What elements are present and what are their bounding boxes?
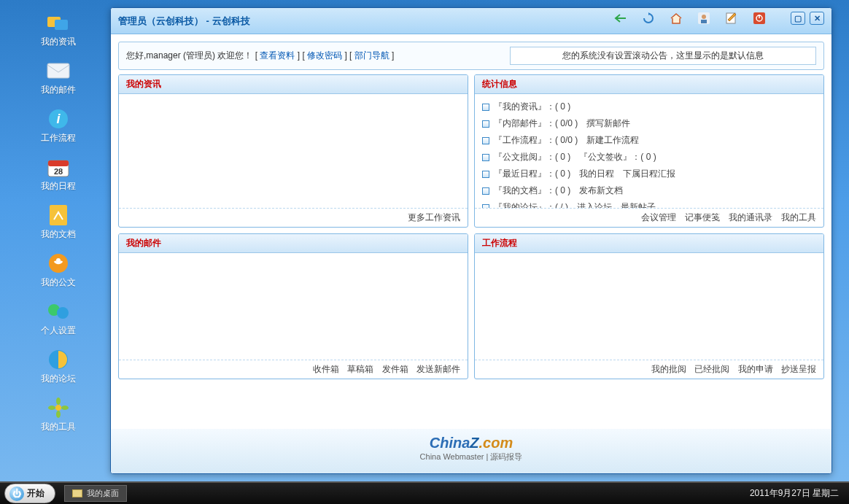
window-title: 管理员（云创科技） - 云创科技 [118,15,250,28]
svg-point-17 [48,406,55,410]
stat-row: 『公文批阅』：( 0 ) 『公文签收』：( 0 ) [482,149,816,166]
back-icon[interactable] [613,11,628,26]
panels: 我的资讯 更多工作资讯 统计信息 『我的资讯』：( 0 ) 『内部邮件』：( 0… [111,74,831,429]
panel-body [119,253,468,360]
desktop-icon-forum[interactable]: 我的论坛 [22,348,95,385]
panel-news: 我的资讯 更多工作资讯 [118,74,468,228]
taskbar-item-label: 我的桌面 [87,488,119,499]
start-label: 开始 [27,487,44,500]
stats-footer-links[interactable]: 会议管理 记事便笺 我的通讯录 我的工具 [641,212,816,222]
start-button[interactable]: ⏻ 开始 [4,484,55,503]
titlebar-icons: ▢ ✕ [613,11,824,26]
desktop-icon-news[interactable]: 我的资讯 [22,11,95,48]
home-icon[interactable] [669,11,683,26]
taskbar-clock: 2011年9月27日 星期二 [740,487,849,500]
folder-icon [72,489,82,497]
link-cc-report[interactable]: 抄送呈报 [781,364,816,374]
panel-header: 我的邮件 [119,234,468,253]
refresh-icon[interactable] [641,11,656,26]
panel-stats: 统计信息 『我的资讯』：( 0 ) 『内部邮件』：( 0/0 ) 撰写新邮件 『… [474,74,824,228]
link-view-profile[interactable]: 查看资料 [260,50,295,61]
desktop-icon-label: 我的论坛 [41,373,76,385]
desktop-icon-workflow[interactable]: i 工作流程 [22,107,95,144]
svg-rect-1 [55,20,68,30]
panel-header: 我的资讯 [119,75,468,94]
svg-point-16 [56,411,61,418]
close-button[interactable]: ✕ [810,12,824,25]
bullet-icon [482,137,489,144]
desktop-icon-docs[interactable]: 我的文档 [22,203,95,241]
link-my-apply[interactable]: 我的申请 [738,364,773,374]
stat-row: 『工作流程』：( 0/0 ) 新建工作流程 [482,132,816,149]
minimize-button[interactable]: ▢ [791,12,805,25]
svg-rect-21 [701,20,707,23]
desktop-icon-label: 个人设置 [41,325,76,337]
brand-sub: China Webmaster | 源码报导 [111,451,831,462]
stat-row: 『我的文档』：( 0 ) 发布新文档 [482,182,816,199]
greeting-bar: 您好,manager (管理员) 欢迎您！ [ 查看资料 ] [ 修改密码 ] … [118,42,824,70]
svg-point-12 [57,307,69,319]
titlebar: 管理员（云创科技） - 云创科技 ▢ ✕ [111,8,831,34]
svg-point-15 [56,398,61,405]
svg-point-14 [55,405,61,411]
desktop-icons: 我的资讯 我的邮件 i 工作流程 28 我的日程 我的文档 我的公文 个人设置 … [22,11,95,444]
desktop-icon-label: 我的文档 [41,228,76,241]
panel-workflow: 工作流程 我的批阅 已经批阅 我的申请 抄送呈报 [474,233,824,379]
taskbar-item-desktop[interactable]: 我的桌面 [64,485,127,502]
link-compose[interactable]: 发送新邮件 [416,364,460,374]
bullet-icon [482,120,489,128]
desktop-icon-label: 我的邮件 [41,84,76,96]
desktop-icon-mail[interactable]: 我的邮件 [22,59,95,96]
panel-footer: 我的批阅 已经批阅 我的申请 抄送呈报 [475,360,823,379]
stat-row: 『最近日程』：( 0 ) 我的日程 下属日程汇报 [482,166,816,182]
svg-rect-6 [48,160,69,166]
panel-footer: 会议管理 记事便笺 我的通讯录 我的工具 [475,208,823,227]
panel-body: 『我的资讯』：( 0 ) 『内部邮件』：( 0/0 ) 撰写新邮件 『工作流程』… [475,94,823,208]
desktop-icon-tools[interactable]: 我的工具 [22,396,95,433]
link-sent[interactable]: 发件箱 [382,364,408,374]
link-my-approval[interactable]: 我的批阅 [651,364,686,374]
link-drafts[interactable]: 草稿箱 [347,364,373,374]
bullet-icon [482,154,489,161]
desktop-icon-label: 我的工具 [41,421,76,433]
svg-point-20 [702,15,706,19]
edit-icon[interactable] [724,11,739,26]
svg-text:28: 28 [54,167,63,176]
svg-rect-2 [47,63,69,78]
link-dept-nav[interactable]: 部门导航 [354,50,389,61]
link-change-password[interactable]: 修改密码 [307,50,342,61]
panel-body [475,253,823,360]
panel-footer: 更多工作资讯 [119,208,468,227]
link-approved[interactable]: 已经批阅 [694,364,729,374]
taskbar: ⏻ 开始 我的桌面 2011年9月27日 星期二 [0,481,849,504]
greeting-text: 您好,manager (管理员) 欢迎您！ [ 查看资料 ] [ 修改密码 ] … [126,50,394,62]
stat-row: 『我的论坛』：( / ) 进入论坛 最新帖子 [482,199,816,208]
desktop-icon-official[interactable]: 我的公文 [22,252,95,289]
bullet-icon [482,104,489,111]
main-window: 管理员（云创科技） - 云创科技 ▢ ✕ 您好,manager (管理员) 欢迎… [110,7,832,474]
panel-header: 工作流程 [475,234,823,253]
svg-point-18 [61,406,69,410]
brand-logo: ChinaZ.com [111,435,831,451]
panel-footer: 收件箱 草稿箱 发件箱 发送新邮件 [119,360,468,379]
desktop-icon-label: 工作流程 [41,132,76,144]
svg-rect-8 [50,205,67,225]
panel-body [119,94,468,208]
desktop-icon-label: 我的资讯 [41,36,76,48]
start-orb-icon: ⏻ [9,486,24,501]
footer-brand: ChinaZ.com China Webmaster | 源码报导 [111,429,831,473]
bullet-icon [482,171,489,178]
link-more-news[interactable]: 更多工作资讯 [408,212,460,222]
power-icon[interactable] [752,11,767,26]
desktop-icon-label: 我的公文 [41,276,76,289]
bullet-icon [482,187,489,195]
link-inbox[interactable]: 收件箱 [313,364,339,374]
announcement-box: 您的系统没有设置滚动公告，这里显示的是默认信息 [510,47,816,65]
user-icon[interactable] [697,11,711,26]
desktop-icon-label: 我的日程 [41,180,76,193]
desktop-icon-settings[interactable]: 个人设置 [22,300,95,337]
stat-row: 『内部邮件』：( 0/0 ) 撰写新邮件 [482,115,816,132]
panel-mail: 我的邮件 收件箱 草稿箱 发件箱 发送新邮件 [118,233,468,379]
stat-row: 『我的资讯』：( 0 ) [482,98,816,115]
desktop-icon-calendar[interactable]: 28 我的日程 [22,155,95,193]
